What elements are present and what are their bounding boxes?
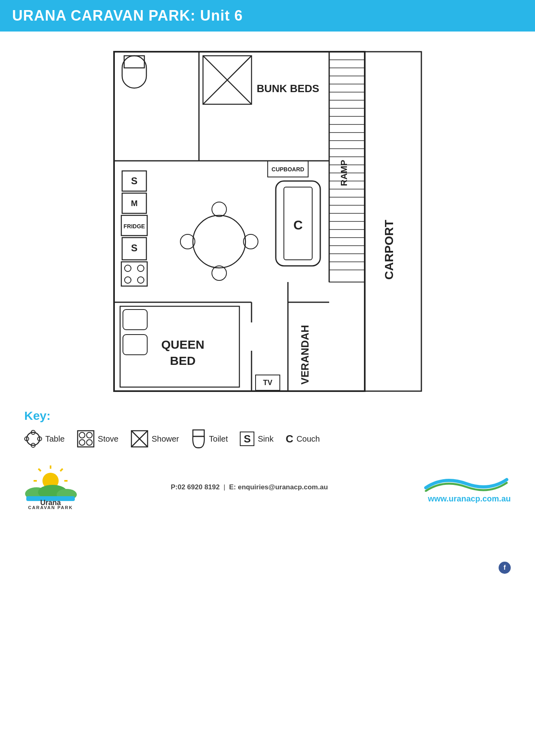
- header: URANA CARAVAN PARK: Unit 6: [0, 0, 535, 32]
- key-item-stove: Stove: [77, 430, 118, 448]
- svg-point-75: [87, 440, 92, 445]
- queen-bed-label2: BED: [170, 354, 195, 367]
- phone-label: P:: [171, 483, 178, 491]
- floorplan-svg: RAMP CARPORT BUNK BEDS CUPBOA: [110, 48, 425, 399]
- key-shower-label: Shower: [152, 434, 179, 444]
- key-couch-label: Couch: [296, 434, 320, 444]
- key-item-table: Table: [24, 430, 65, 448]
- svg-rect-35: [122, 56, 146, 88]
- fridge-label: FRIDGE: [123, 223, 145, 230]
- key-item-shower: Shower: [131, 430, 179, 448]
- svg-line-82: [60, 469, 63, 471]
- floorplan: RAMP CARPORT BUNK BEDS CUPBOA: [110, 48, 425, 401]
- shower-icon: [131, 430, 148, 448]
- sink-s-top-label: S: [131, 175, 137, 186]
- key-table-label: Table: [45, 434, 65, 444]
- svg-point-50: [125, 277, 131, 283]
- svg-point-72: [79, 432, 85, 438]
- key-item-sink: S Sink: [240, 432, 273, 446]
- cupboard-label: CUPBOARD: [271, 166, 304, 173]
- couch-icon: C: [285, 433, 293, 445]
- couch-c-label: C: [293, 218, 302, 232]
- logo-subtitle: CARAVAN PARK: [28, 505, 73, 510]
- toilet-icon: [191, 429, 206, 449]
- svg-text:Urana: Urana: [40, 499, 61, 505]
- email-label: E:: [229, 483, 236, 491]
- footer-contact: P:02 6920 8192 | E: enquiries@uranacp.co…: [77, 483, 422, 491]
- svg-rect-64: [123, 310, 147, 330]
- wave-decoration: [422, 472, 511, 492]
- svg-point-53: [212, 202, 226, 217]
- key-title: Key:: [24, 409, 511, 423]
- svg-rect-65: [123, 335, 147, 355]
- svg-point-51: [137, 277, 144, 283]
- phone-number: 02 6920 8192: [178, 483, 220, 491]
- website-url: www.uranacp.com.au: [428, 494, 511, 503]
- footer: Urana CARAVAN PARK P:02 6920 8192 | E: e…: [24, 461, 511, 514]
- page-title: URANA CARAVAN PARK: Unit 6: [12, 7, 523, 24]
- svg-point-49: [137, 265, 144, 272]
- key-sink-label: Sink: [258, 434, 273, 444]
- facebook-badge[interactable]: f: [499, 562, 511, 574]
- key-stove-label: Stove: [98, 434, 118, 444]
- key-item-toilet: Toilet: [191, 429, 228, 449]
- main-content: RAMP CARPORT BUNK BEDS CUPBOA: [0, 32, 535, 522]
- bunk-beds-label: BUNK BEDS: [256, 82, 319, 95]
- footer-right: www.uranacp.com.au: [422, 472, 511, 503]
- stove-icon: [77, 430, 95, 448]
- key-items: Table Stove Show: [24, 429, 511, 449]
- svg-rect-79: [193, 430, 204, 436]
- svg-point-73: [87, 432, 92, 438]
- key-item-couch: C Couch: [285, 433, 320, 445]
- svg-line-85: [38, 469, 41, 471]
- urana-logo-svg: Urana: [24, 465, 77, 505]
- carport-label: CARPORT: [382, 220, 395, 280]
- ramp-label: RAMP: [339, 160, 349, 186]
- microwave-label: M: [131, 199, 137, 208]
- verandah-label: VERANDAH: [299, 325, 311, 384]
- table-icon: [24, 430, 42, 448]
- email-address: enquiries@uranacp.com.au: [238, 483, 328, 491]
- key-toilet-label: Toilet: [209, 434, 228, 444]
- queen-bed-label: QUEEN: [161, 338, 204, 351]
- svg-point-52: [193, 215, 245, 268]
- sink-s-bottom-label: S: [131, 242, 137, 253]
- svg-point-48: [125, 265, 131, 272]
- svg-point-74: [79, 440, 85, 445]
- footer-logo: Urana CARAVAN PARK: [24, 465, 77, 510]
- tv-label: TV: [263, 379, 272, 387]
- key-section: Key: Table: [24, 409, 511, 449]
- sink-icon: S: [240, 432, 254, 446]
